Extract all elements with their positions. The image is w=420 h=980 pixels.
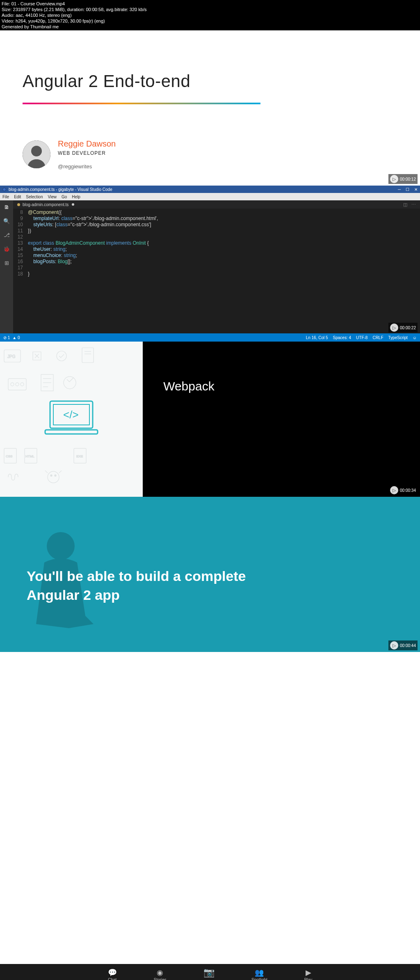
svg-rect-26	[45, 430, 98, 434]
code-area[interactable]: 8@Component({9 templateUrl: class="c-str…	[13, 209, 420, 277]
nav-stories[interactable]: ◉ Stories	[154, 969, 167, 980]
svg-point-11	[21, 383, 24, 386]
svg-point-9	[11, 383, 14, 386]
chat-icon: 💬	[108, 969, 117, 976]
nav-label: Stories	[154, 978, 167, 980]
play-icon: ▷	[390, 486, 398, 494]
play-tab-icon: ▶	[306, 969, 311, 976]
play-icon: ▷	[390, 641, 398, 650]
search-icon[interactable]: 🔍	[2, 217, 11, 225]
status-lang[interactable]: TypeScript	[388, 335, 408, 340]
window-max-icon[interactable]: ☐	[406, 187, 409, 192]
timestamp: 00:00:34	[400, 488, 416, 493]
timestamp: 00:00:22	[400, 326, 416, 330]
app-icon	[2, 188, 6, 191]
svg-text:CSS: CSS	[6, 454, 12, 458]
svg-text:EXE: EXE	[76, 454, 83, 458]
git-icon[interactable]: ⎇	[2, 231, 11, 239]
author-handle: @reggiewrites	[58, 163, 116, 170]
tab-filename: blog-admin.component.ts	[23, 202, 68, 207]
menu-view[interactable]: View	[48, 195, 57, 199]
status-spaces[interactable]: Spaces: 4	[333, 335, 351, 340]
svg-point-20	[55, 475, 56, 476]
status-warnings[interactable]: ▲ 0	[12, 335, 20, 340]
spotlight-icon: 👥	[255, 969, 264, 976]
video-metadata: File: 01 - Course Overview.mp4 Size: 231…	[0, 0, 420, 30]
meta-file: File: 01 - Course Overview.mp4	[2, 1, 418, 7]
svg-text:HTML: HTML	[25, 454, 34, 458]
tab-file-icon	[17, 203, 20, 206]
play-icon: ▷	[390, 324, 398, 332]
status-eol[interactable]: CRLF	[372, 335, 383, 340]
more-icon[interactable]: ⋯	[411, 202, 416, 207]
svg-text:JPG: JPG	[7, 354, 16, 359]
webpack-title-panel: Webpack	[143, 342, 420, 497]
status-feedback-icon[interactable]: ☺	[413, 335, 417, 340]
window-min-icon[interactable]: ─	[398, 187, 401, 192]
promo-slide: You'll be able to build a complete Angul…	[0, 497, 420, 652]
split-editor-icon[interactable]: ◫	[403, 202, 407, 207]
tab-modified-icon	[72, 203, 74, 206]
nav-label: Play	[304, 978, 312, 980]
laptop-icon: </>	[43, 399, 100, 440]
nav-label: Spotlight	[251, 978, 267, 980]
editor-tab[interactable]: blog-admin.component.ts ◫ ⋯	[13, 200, 420, 209]
meta-video: Video: h264, yuv420p, 1280x720, 30.00 fp…	[2, 18, 418, 24]
timestamp-badge: ▷ 00:00:34	[388, 485, 418, 495]
editor[interactable]: blog-admin.component.ts ◫ ⋯ 8@Component(…	[13, 200, 420, 333]
play-icon: ▷	[390, 175, 398, 183]
status-bar[interactable]: ⊘ 1 ▲ 0 Ln 16, Col 5 Spaces: 4 UTF-8 CRL…	[0, 333, 420, 342]
menu-help[interactable]: Help	[72, 195, 80, 199]
svg-point-18	[48, 471, 59, 483]
author-block: Reggie Dawson WEB DEVELOPER @reggiewrite…	[23, 139, 397, 170]
meta-size: Size: 2318977 bytes (2.21 MiB), duration…	[2, 7, 418, 12]
nav-play[interactable]: ▶ Play	[304, 969, 312, 980]
menu-selection[interactable]: Selection	[26, 195, 43, 199]
author-avatar	[23, 140, 50, 168]
nav-spotlight[interactable]: 👥 Spotlight	[251, 969, 267, 980]
debug-icon[interactable]: 🐞	[2, 245, 11, 253]
blank-area: 💬 Chat ◉ Stories 📷 👥 Spotlight ▶ Play	[0, 652, 420, 980]
extensions-icon[interactable]: ⊞	[2, 259, 11, 267]
status-encoding[interactable]: UTF-8	[356, 335, 368, 340]
camera-icon: 📷	[203, 969, 215, 976]
files-icon[interactable]: 🗎	[2, 203, 11, 211]
title-slide: Angular 2 End-to-end Reggie Dawson WEB D…	[0, 30, 420, 186]
window-title: blog-admin.component.ts - gigabyte - Vis…	[9, 187, 112, 192]
window-close-icon[interactable]: ✕	[414, 187, 418, 192]
nav-label: Chat	[108, 978, 116, 980]
webpack-title: Webpack	[163, 379, 215, 393]
svg-point-10	[16, 383, 19, 386]
status-errors[interactable]: ⊘ 1	[3, 335, 10, 340]
svg-text:</>: </>	[63, 409, 79, 421]
activity-bar[interactable]: 🗎 🔍 ⎇ 🐞 ⊞	[0, 200, 13, 333]
meta-generator: Generated by Thumbnail me	[2, 24, 418, 30]
menu-edit[interactable]: Edit	[14, 195, 21, 199]
vscode-slide: blog-admin.component.ts - gigabyte - Vis…	[0, 186, 420, 342]
timestamp: 00:00:12	[400, 177, 416, 181]
status-ln-col[interactable]: Ln 16, Col 5	[306, 335, 328, 340]
menu-file[interactable]: File	[2, 195, 9, 199]
nav-camera[interactable]: 📷	[203, 969, 215, 980]
bottom-nav-bar[interactable]: 💬 Chat ◉ Stories 📷 👥 Spotlight ▶ Play	[0, 964, 420, 980]
svg-point-4	[57, 351, 66, 361]
svg-point-1	[31, 146, 42, 156]
svg-rect-5	[82, 348, 94, 363]
course-title: Angular 2 End-to-end	[23, 71, 397, 91]
webpack-slide: JPG CSS HTML EXE </> Webpack ▷	[0, 342, 420, 497]
timestamp-badge: ▷ 00:00:44	[388, 640, 418, 650]
svg-point-27	[47, 532, 75, 560]
stories-icon: ◉	[157, 969, 163, 976]
author-role: WEB DEVELOPER	[58, 150, 116, 156]
window-titlebar[interactable]: blog-admin.component.ts - gigabyte - Vis…	[0, 186, 420, 193]
menu-go[interactable]: Go	[62, 195, 67, 199]
timestamp-badge: ▷ 00:00:12	[388, 174, 418, 184]
timestamp-badge: ▷ 00:00:22	[388, 323, 418, 333]
author-name: Reggie Dawson	[58, 139, 116, 149]
promo-text: You'll be able to build a complete Angul…	[27, 567, 256, 604]
svg-point-19	[50, 475, 52, 476]
illustration-panel: JPG CSS HTML EXE </>	[0, 342, 143, 497]
svg-line-21	[45, 470, 48, 473]
menu-bar[interactable]: File Edit Selection View Go Help	[0, 193, 420, 200]
nav-chat[interactable]: 💬 Chat	[108, 969, 117, 980]
